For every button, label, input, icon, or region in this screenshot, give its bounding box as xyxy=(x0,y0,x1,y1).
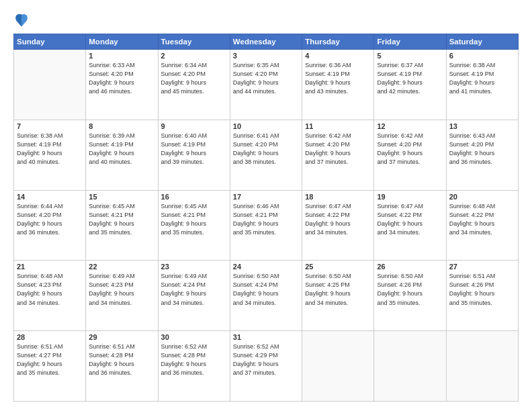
calendar-cell xyxy=(14,50,86,120)
day-info: Sunrise: 6:33 AMSunset: 4:20 PMDaylight:… xyxy=(89,61,154,96)
weekday-header-sunday: Sunday xyxy=(14,34,86,50)
calendar-cell: 30Sunrise: 6:52 AMSunset: 4:28 PMDayligh… xyxy=(158,331,230,402)
calendar-cell: 22Sunrise: 6:49 AMSunset: 4:23 PMDayligh… xyxy=(86,261,158,331)
day-info: Sunrise: 6:42 AMSunset: 4:20 PMDaylight:… xyxy=(377,132,443,167)
day-number: 12 xyxy=(377,122,443,130)
day-info: Sunrise: 6:41 AMSunset: 4:20 PMDaylight:… xyxy=(233,132,299,167)
calendar-cell: 14Sunrise: 6:44 AMSunset: 4:20 PMDayligh… xyxy=(14,190,86,261)
calendar-cell: 20Sunrise: 6:48 AMSunset: 4:22 PMDayligh… xyxy=(446,190,518,261)
day-number: 20 xyxy=(449,193,515,201)
day-info: Sunrise: 6:49 AMSunset: 4:24 PMDaylight:… xyxy=(161,272,227,307)
calendar-cell: 4Sunrise: 6:36 AMSunset: 4:19 PMDaylight… xyxy=(302,50,374,120)
day-info: Sunrise: 6:38 AMSunset: 4:19 PMDaylight:… xyxy=(17,132,83,167)
day-number: 2 xyxy=(161,52,227,60)
calendar-cell xyxy=(374,331,446,402)
calendar-cell: 26Sunrise: 6:50 AMSunset: 4:26 PMDayligh… xyxy=(374,261,446,331)
calendar-cell: 12Sunrise: 6:42 AMSunset: 4:20 PMDayligh… xyxy=(374,120,446,190)
header xyxy=(13,12,519,27)
day-info: Sunrise: 6:43 AMSunset: 4:20 PMDaylight:… xyxy=(449,132,515,167)
day-number: 4 xyxy=(305,52,371,60)
day-number: 21 xyxy=(17,263,83,271)
weekday-header-wednesday: Wednesday xyxy=(230,34,302,50)
day-info: Sunrise: 6:49 AMSunset: 4:23 PMDaylight:… xyxy=(89,272,154,307)
day-number: 8 xyxy=(89,122,154,130)
calendar-week-row: 1Sunrise: 6:33 AMSunset: 4:20 PMDaylight… xyxy=(14,50,519,120)
day-number: 10 xyxy=(233,122,299,130)
calendar-week-row: 28Sunrise: 6:51 AMSunset: 4:27 PMDayligh… xyxy=(14,331,519,402)
day-info: Sunrise: 6:36 AMSunset: 4:19 PMDaylight:… xyxy=(305,61,371,96)
day-number: 25 xyxy=(305,263,371,271)
calendar-table: SundayMondayTuesdayWednesdayThursdayFrid… xyxy=(13,34,519,402)
day-number: 28 xyxy=(17,333,83,341)
day-number: 27 xyxy=(449,263,515,271)
calendar-cell: 10Sunrise: 6:41 AMSunset: 4:20 PMDayligh… xyxy=(230,120,302,190)
day-info: Sunrise: 6:48 AMSunset: 4:22 PMDaylight:… xyxy=(449,202,515,237)
calendar-cell: 5Sunrise: 6:37 AMSunset: 4:19 PMDaylight… xyxy=(374,50,446,120)
calendar-week-row: 7Sunrise: 6:38 AMSunset: 4:19 PMDaylight… xyxy=(14,120,519,190)
day-number: 3 xyxy=(233,52,299,60)
calendar-cell: 23Sunrise: 6:49 AMSunset: 4:24 PMDayligh… xyxy=(158,261,230,331)
day-info: Sunrise: 6:38 AMSunset: 4:19 PMDaylight:… xyxy=(449,61,515,96)
day-number: 23 xyxy=(161,263,227,271)
day-number: 30 xyxy=(161,333,227,341)
calendar-cell: 16Sunrise: 6:45 AMSunset: 4:21 PMDayligh… xyxy=(158,190,230,261)
day-number: 18 xyxy=(305,193,371,201)
calendar-cell: 28Sunrise: 6:51 AMSunset: 4:27 PMDayligh… xyxy=(14,331,86,402)
calendar-week-row: 21Sunrise: 6:48 AMSunset: 4:23 PMDayligh… xyxy=(14,261,519,331)
day-info: Sunrise: 6:50 AMSunset: 4:26 PMDaylight:… xyxy=(377,272,443,307)
day-number: 9 xyxy=(161,122,227,130)
day-info: Sunrise: 6:51 AMSunset: 4:27 PMDaylight:… xyxy=(17,342,83,377)
day-info: Sunrise: 6:40 AMSunset: 4:19 PMDaylight:… xyxy=(161,132,227,167)
calendar-cell xyxy=(446,331,518,402)
day-info: Sunrise: 6:47 AMSunset: 4:22 PMDaylight:… xyxy=(305,202,371,237)
calendar-cell: 29Sunrise: 6:51 AMSunset: 4:28 PMDayligh… xyxy=(86,331,158,402)
weekday-header-monday: Monday xyxy=(86,34,158,50)
calendar-cell: 3Sunrise: 6:35 AMSunset: 4:20 PMDaylight… xyxy=(230,50,302,120)
weekday-header-thursday: Thursday xyxy=(302,34,374,50)
calendar-cell: 21Sunrise: 6:48 AMSunset: 4:23 PMDayligh… xyxy=(14,261,86,331)
day-number: 1 xyxy=(89,52,154,60)
day-number: 13 xyxy=(449,122,515,130)
day-info: Sunrise: 6:45 AMSunset: 4:21 PMDaylight:… xyxy=(89,202,154,237)
calendar-cell xyxy=(302,331,374,402)
calendar-week-row: 14Sunrise: 6:44 AMSunset: 4:20 PMDayligh… xyxy=(14,190,519,261)
calendar-cell: 18Sunrise: 6:47 AMSunset: 4:22 PMDayligh… xyxy=(302,190,374,261)
calendar-cell: 25Sunrise: 6:50 AMSunset: 4:25 PMDayligh… xyxy=(302,261,374,331)
day-number: 11 xyxy=(305,122,371,130)
day-number: 26 xyxy=(377,263,443,271)
weekday-header-saturday: Saturday xyxy=(446,34,518,50)
day-info: Sunrise: 6:47 AMSunset: 4:22 PMDaylight:… xyxy=(377,202,443,237)
day-number: 7 xyxy=(17,122,83,130)
calendar-cell: 8Sunrise: 6:39 AMSunset: 4:19 PMDaylight… xyxy=(86,120,158,190)
weekday-header-friday: Friday xyxy=(374,34,446,50)
calendar-cell: 19Sunrise: 6:47 AMSunset: 4:22 PMDayligh… xyxy=(374,190,446,261)
day-info: Sunrise: 6:34 AMSunset: 4:20 PMDaylight:… xyxy=(161,61,227,96)
day-number: 17 xyxy=(233,193,299,201)
day-number: 16 xyxy=(161,193,227,201)
day-number: 5 xyxy=(377,52,443,60)
day-number: 29 xyxy=(89,333,154,341)
day-info: Sunrise: 6:37 AMSunset: 4:19 PMDaylight:… xyxy=(377,61,443,96)
calendar-cell: 7Sunrise: 6:38 AMSunset: 4:19 PMDaylight… xyxy=(14,120,86,190)
calendar-cell: 1Sunrise: 6:33 AMSunset: 4:20 PMDaylight… xyxy=(86,50,158,120)
calendar-cell: 13Sunrise: 6:43 AMSunset: 4:20 PMDayligh… xyxy=(446,120,518,190)
calendar-cell: 11Sunrise: 6:42 AMSunset: 4:20 PMDayligh… xyxy=(302,120,374,190)
day-info: Sunrise: 6:51 AMSunset: 4:26 PMDaylight:… xyxy=(449,272,515,307)
day-info: Sunrise: 6:44 AMSunset: 4:20 PMDaylight:… xyxy=(17,202,83,237)
calendar-cell: 17Sunrise: 6:46 AMSunset: 4:21 PMDayligh… xyxy=(230,190,302,261)
day-info: Sunrise: 6:45 AMSunset: 4:21 PMDaylight:… xyxy=(161,202,227,237)
day-info: Sunrise: 6:52 AMSunset: 4:29 PMDaylight:… xyxy=(233,342,299,377)
day-number: 22 xyxy=(89,263,154,271)
day-info: Sunrise: 6:50 AMSunset: 4:24 PMDaylight:… xyxy=(233,272,299,307)
calendar-cell: 2Sunrise: 6:34 AMSunset: 4:20 PMDaylight… xyxy=(158,50,230,120)
day-number: 24 xyxy=(233,263,299,271)
logo xyxy=(13,12,31,27)
calendar-cell: 27Sunrise: 6:51 AMSunset: 4:26 PMDayligh… xyxy=(446,261,518,331)
page: SundayMondayTuesdayWednesdayThursdayFrid… xyxy=(0,0,532,411)
day-info: Sunrise: 6:52 AMSunset: 4:28 PMDaylight:… xyxy=(161,342,227,377)
day-info: Sunrise: 6:42 AMSunset: 4:20 PMDaylight:… xyxy=(305,132,371,167)
calendar-cell: 31Sunrise: 6:52 AMSunset: 4:29 PMDayligh… xyxy=(230,331,302,402)
weekday-header-tuesday: Tuesday xyxy=(158,34,230,50)
day-info: Sunrise: 6:46 AMSunset: 4:21 PMDaylight:… xyxy=(233,202,299,237)
day-number: 19 xyxy=(377,193,443,201)
